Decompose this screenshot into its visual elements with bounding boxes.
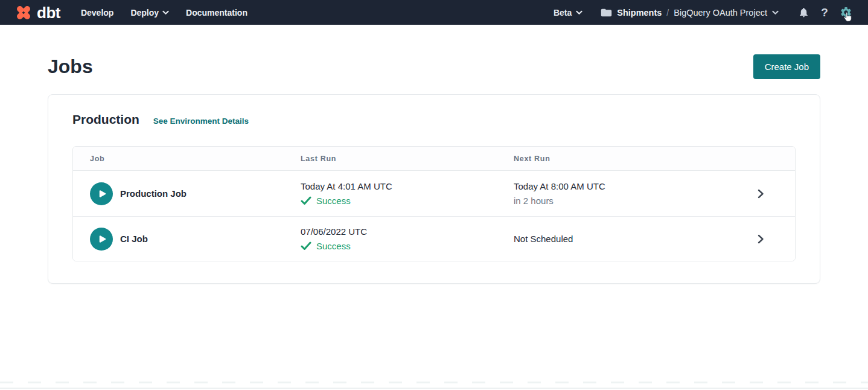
nav-item-label: Deploy [130,8,159,18]
dbt-logo-icon [14,4,33,22]
bottom-dashed-divider [0,382,868,383]
table-header-row: Job Last Run Next Run [73,147,795,171]
nav-item-label: Develop [81,8,113,18]
nav-item-label: Documentation [186,8,247,18]
beta-dropdown[interactable]: Beta [554,8,582,18]
column-header-last-run: Last Run [301,155,514,163]
dbt-wordmark: dbt [37,5,60,21]
column-header-job: Job [73,155,301,163]
job-name: Production Job [120,188,187,199]
chevron-down-icon[interactable] [772,10,779,15]
column-header-next-run: Next Run [514,155,726,163]
next-run-note: in 2 hours [514,195,726,207]
settings-button[interactable] [839,6,852,19]
row-open-target[interactable] [726,189,795,199]
check-icon [301,196,311,205]
breadcrumb-separator: / [666,8,669,18]
breadcrumb-project-dropdown[interactable]: BigQuery OAuth Project [674,8,767,18]
folder-icon [601,8,612,18]
chevron-right-icon [756,234,765,244]
last-run-cell: 07/06/2022 UTC Success [301,226,514,252]
notifications-button[interactable] [797,6,810,19]
bell-icon [798,6,809,19]
chevron-right-icon [756,189,765,199]
check-icon [301,241,311,251]
job-cell: Production Job [73,182,301,205]
run-status: Success [301,195,514,207]
last-run-cell: Today At 4:01 AM UTC Success [301,181,514,207]
nav-icon-row: ? [797,6,852,19]
run-status: Success [301,240,514,252]
next-run-cell: Not Scheduled [514,233,726,245]
chevron-down-icon [576,10,582,15]
table-row-production-job[interactable]: Production Job Today At 4:01 AM UTC Succ… [73,171,795,216]
breadcrumb: Shipments / BigQuery OAuth Project [601,8,779,18]
status-label: Success [316,195,351,207]
help-button[interactable]: ? [818,6,831,19]
status-label: Success [316,240,351,252]
next-run-time: Not Scheduled [514,233,726,245]
nav-item-deploy[interactable]: Deploy [130,8,169,18]
play-icon [96,188,108,200]
chevron-down-icon [162,10,169,15]
main-content: Jobs Create Job Production See Environme… [0,54,868,284]
next-run-cell: Today At 8:00 AM UTC in 2 hours [514,181,726,207]
job-name: CI Job [120,234,148,244]
last-run-time: 07/06/2022 UTC [301,226,514,238]
play-icon [96,233,108,245]
top-nav-bar: dbt Develop Deploy Documentation Beta Sh… [0,0,868,25]
last-run-time: Today At 4:01 AM UTC [301,181,514,193]
question-mark-icon: ? [821,7,828,18]
breadcrumb-account[interactable]: Shipments [617,8,662,18]
mouse-cursor-pointer [842,11,854,23]
primary-nav: Develop Deploy Documentation [81,8,247,18]
environment-card: Production See Environment Details Job L… [48,94,820,284]
dbt-logo[interactable]: dbt [14,4,60,22]
job-cell: CI Job [73,228,301,251]
page-title: Jobs [48,56,93,78]
jobs-table: Job Last Run Next Run Production Job Tod… [72,146,796,261]
page-header: Jobs Create Job [48,54,820,79]
environment-name: Production [72,111,139,128]
table-row-ci-job[interactable]: CI Job 07/06/2022 UTC Success Not Schedu… [73,216,795,261]
row-open-target[interactable] [726,234,795,244]
run-job-button[interactable] [90,182,113,205]
see-environment-details-link[interactable]: See Environment Details [153,117,249,126]
beta-label: Beta [554,8,572,18]
environment-header: Production See Environment Details [72,111,796,128]
bottom-divider [0,388,868,389]
nav-right-section: Beta Shipments / BigQuery OAuth Project [554,6,852,19]
nav-item-documentation[interactable]: Documentation [186,8,247,18]
nav-item-develop[interactable]: Develop [81,8,113,18]
next-run-time: Today At 8:00 AM UTC [514,181,726,193]
create-job-button[interactable]: Create Job [753,54,820,79]
run-job-button[interactable] [90,228,113,251]
